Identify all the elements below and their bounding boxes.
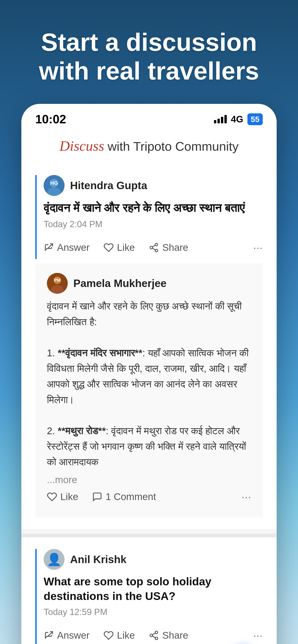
post2-share-label: Share <box>162 630 188 641</box>
share-icon <box>149 242 159 253</box>
post1-more-button[interactable]: ··· <box>253 241 263 254</box>
post1-time: Today 2:04 PM <box>44 219 263 229</box>
hero-title: Start a discussion with real travellers <box>19 28 279 85</box>
avatar-anil: 👤 <box>44 549 65 570</box>
post2-user-row: 👤 Anil Krishk <box>44 549 263 570</box>
reply-like-icon <box>47 492 57 502</box>
status-time: 10:02 <box>35 112 66 126</box>
svg-point-5 <box>150 246 153 249</box>
svg-point-15 <box>155 637 158 640</box>
svg-line-8 <box>152 245 155 247</box>
reply1-author-name: Pamela Mukherjee <box>73 277 166 290</box>
svg-point-13 <box>155 631 158 634</box>
post2-answer-label: Answer <box>57 630 90 641</box>
svg-line-7 <box>152 248 155 250</box>
post2-author-name: Anil Krishk <box>70 553 127 566</box>
avatar-hitendra: HG <box>44 175 65 196</box>
discuss-cursive-logo: Discuss <box>59 138 104 154</box>
post1-like-button[interactable]: Like <box>104 242 135 253</box>
post2-more-button[interactable]: ··· <box>253 629 263 642</box>
post1-share-button[interactable]: Share <box>149 242 188 253</box>
card-divider <box>21 534 277 537</box>
post2-time: Today 12:59 PM <box>44 607 263 617</box>
reply1-more-link[interactable]: ...more <box>47 474 77 485</box>
reply1-content: वृंदावन में खाने और रहने के लिए कुछ अच्छ… <box>47 298 251 470</box>
answer-icon-2 <box>44 630 54 640</box>
status-bar: 10:02 4G 55 <box>21 104 277 131</box>
post1-answer-label: Answer <box>57 242 90 253</box>
reply1-comment-count: 1 Comment <box>106 491 156 502</box>
post1-answer-button[interactable]: Answer <box>44 242 90 253</box>
post1-author-name: Hitendra Gupta <box>70 179 147 192</box>
svg-point-4 <box>155 244 158 246</box>
post1-user-row: HG Hitendra Gupta <box>44 175 263 196</box>
battery-indicator: 55 <box>247 113 263 125</box>
post2-share-button[interactable]: Share <box>149 630 188 641</box>
hero-section: Start a discussion with real travellers <box>0 0 298 104</box>
svg-line-16 <box>152 636 155 638</box>
post2-actions: Answer Like Share <box>44 624 263 644</box>
post2-like-button[interactable]: Like <box>104 630 135 641</box>
reply1-like-label: Like <box>60 491 78 502</box>
reply1-comment-button[interactable]: 1 Comment <box>92 491 156 502</box>
answer-icon <box>44 242 54 253</box>
post1-share-label: Share <box>162 242 188 253</box>
post2-answer-button[interactable]: Answer <box>44 630 90 641</box>
like-icon <box>104 242 114 253</box>
user-placeholder-icon: 👤 <box>47 552 62 566</box>
svg-point-6 <box>155 250 158 252</box>
reply1-actions: Like 1 Comment ··· <box>47 486 251 508</box>
content-area[interactable]: HG Hitendra Gupta वृंदावन में खाने और रह… <box>21 164 277 644</box>
discussion-card-1: HG Hitendra Gupta वृंदावन में खाने और रह… <box>21 164 277 529</box>
app-header: Discuss with Tripoto Community <box>21 131 277 164</box>
post1-actions: Answer Like Share <box>44 236 263 259</box>
post2-title: What are some top solo holiday destinati… <box>44 574 263 604</box>
reply-card-1: PM Pamela Mukherjee वृंदावन में खाने और … <box>35 264 263 518</box>
avatar-pamela: PM <box>47 273 68 294</box>
reply1-more-button[interactable]: ··· <box>241 490 251 504</box>
svg-line-17 <box>152 633 155 635</box>
reply1-user-row: PM Pamela Mukherjee <box>47 273 251 294</box>
app-header-subtitle: with Tripoto Community <box>104 139 239 153</box>
svg-text:HG: HG <box>50 180 58 186</box>
reply1-like-button[interactable]: Like <box>47 491 78 502</box>
svg-text:PM: PM <box>54 278 61 282</box>
discussion-card-2: 👤 Anil Krishk What are some top solo hol… <box>21 537 277 644</box>
comment-icon <box>92 492 102 502</box>
network-label: 4G <box>231 114 243 124</box>
svg-point-14 <box>150 634 153 637</box>
like-icon-2 <box>104 630 114 640</box>
signal-bars-icon <box>214 115 227 123</box>
app-header-title: Discuss with Tripoto Community <box>35 138 263 154</box>
post2-like-label: Like <box>117 630 135 641</box>
status-icons: 4G 55 <box>214 113 263 125</box>
post1-title: वृंदावन में खाने और रहने के लिए अच्छा स्… <box>44 200 263 216</box>
post1-like-label: Like <box>117 242 135 253</box>
phone-mockup: 10:02 4G 55 Discuss with Tripoto Communi… <box>21 104 277 644</box>
share-icon-2 <box>149 630 159 640</box>
